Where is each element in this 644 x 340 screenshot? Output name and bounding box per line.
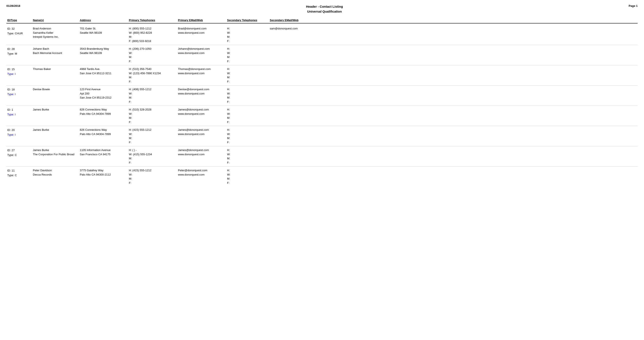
- primary-tel-line: M:: [129, 35, 176, 39]
- cell-id-type: ID: 11Type: C: [6, 168, 32, 185]
- table-row: ID: 1Type: IJames Burke826 Connections W…: [6, 106, 638, 126]
- cell-primary-tel: H: ( ) -W: (415) 555-1234M:F:: [128, 148, 177, 165]
- cell-secondary-email: [269, 46, 318, 64]
- contact-name: James Burke: [33, 107, 78, 112]
- primary-email-line: www.donorquest.com: [178, 173, 225, 177]
- primary-tel-line: H: ( ) -: [129, 148, 176, 152]
- contact-name: Decca Records: [33, 173, 78, 177]
- table-body: ID: 32Type: CHURBrad AndersonSamantha Ke…: [6, 25, 638, 187]
- primary-tel-line: M:: [129, 156, 176, 161]
- record-type: Type: I: [7, 72, 31, 76]
- address-line: Palo Alto CA 94304-7899: [80, 132, 127, 136]
- primary-email-line: www.donorquest.com: [178, 91, 225, 96]
- address-line: Palo Alto CA 94304-7899: [80, 112, 127, 116]
- cell-names: James Burke: [32, 107, 79, 125]
- cell-address: 701 Galer St.Seattle WA 98109: [79, 26, 128, 43]
- primary-tel-line: M:: [129, 177, 176, 181]
- primary-email-line: www.donorquest.com: [178, 112, 225, 116]
- secondary-tel-line: W:: [227, 132, 268, 136]
- cell-primary-tel: H: (510) 356-7540W: (123) 456-7890 X1234…: [128, 66, 177, 84]
- secondary-tel-line: M:: [227, 96, 268, 100]
- primary-tel-line: F:: [129, 100, 176, 104]
- record-type: Type: I: [7, 112, 31, 117]
- primary-tel-line: F:: [129, 181, 176, 185]
- primary-email-line: Denise@donorquest.com: [178, 87, 225, 91]
- contact-name: Denise Bowie: [33, 87, 78, 91]
- address-line: 3543 Brandenburg Way: [80, 47, 127, 51]
- contact-name: James Burke: [33, 128, 78, 132]
- secondary-tel-line: M:: [227, 35, 268, 39]
- primary-tel-line: F:: [129, 161, 176, 165]
- col-header-names: Name(s): [32, 18, 79, 22]
- primary-tel-line: F:: [129, 120, 176, 124]
- cell-secondary-tel: H:W:M:F:: [226, 26, 269, 43]
- secondary-tel-line: F:: [227, 100, 268, 104]
- primary-email-line: Brad@donorquest.com: [178, 26, 225, 31]
- cell-primary-email: James@donorquest.comwww.donorquest.com: [177, 107, 226, 125]
- address-line: 123 First Avenue: [80, 87, 127, 91]
- address-line: San Jose CA 95119-2312: [80, 96, 127, 100]
- cell-primary-tel: H: (510) 328-2028W:M:F:: [128, 107, 177, 125]
- cell-address: 1105 Information AvenueSan Francisco CA …: [79, 148, 128, 165]
- secondary-tel-line: M:: [227, 75, 268, 79]
- primary-tel-line: M:: [129, 55, 176, 59]
- primary-email-line: Thomas@donorquest.com: [178, 67, 225, 71]
- cell-id-type: ID: 27Type: C: [6, 148, 32, 165]
- record-id: ID: 20: [7, 128, 31, 132]
- cell-names: Johann BachBach Memorial Account: [32, 46, 79, 64]
- address-line: 701 Galer St.: [80, 26, 127, 31]
- cell-secondary-email: sam@donorquest.com: [269, 26, 318, 43]
- cell-secondary-tel: H:W:M:F:: [226, 87, 269, 104]
- secondary-tel-line: W:: [227, 152, 268, 157]
- cell-id-type: ID: 1Type: I: [6, 107, 32, 125]
- secondary-tel-line: F:: [227, 79, 268, 84]
- cell-address: 3775 Galafrey WayPalo Alto CA 94300-2112: [79, 168, 128, 185]
- cell-id-type: ID: 18Type: I: [6, 87, 32, 104]
- primary-tel-line: W:: [129, 132, 176, 136]
- cell-id-type: ID: 15Type: I: [6, 66, 32, 84]
- secondary-tel-line: M:: [227, 55, 268, 59]
- primary-tel-line: W:: [129, 51, 176, 55]
- secondary-tel-line: M:: [227, 177, 268, 181]
- primary-tel-line: H: (408) 555-1212: [129, 87, 176, 91]
- secondary-tel-line: F:: [227, 161, 268, 165]
- cell-primary-email: Thomas@donorquest.comwww.donorquest.com: [177, 66, 226, 84]
- cell-primary-tel: H: (415) 555-1212W:M:F:: [128, 127, 177, 145]
- secondary-tel-line: H:: [227, 87, 268, 91]
- record-id: ID: 28: [7, 47, 31, 51]
- cell-names: James Burke: [32, 127, 79, 145]
- primary-tel-line: M:: [129, 75, 176, 79]
- primary-tel-line: W: (800) 952-8228: [129, 31, 176, 35]
- cell-address: 123 First AvenueApt 200San Jose CA 95119…: [79, 87, 128, 104]
- primary-tel-line: F:: [129, 79, 176, 84]
- cell-id-type: ID: 28Type: M: [6, 46, 32, 64]
- col-header-secondary-email: Secondary EMail/Web: [269, 18, 318, 22]
- col-header-address: Address: [79, 18, 128, 22]
- cell-secondary-tel: H:W:M:F:: [226, 127, 269, 145]
- cell-secondary-tel: H:W:M:F:: [226, 46, 269, 64]
- secondary-tel-line: H:: [227, 67, 268, 71]
- record-type: Type: I: [7, 92, 31, 97]
- secondary-tel-line: H:: [227, 26, 268, 31]
- primary-tel-line: W:: [129, 112, 176, 116]
- secondary-tel-line: W:: [227, 51, 268, 55]
- record-id: ID: 15: [7, 67, 31, 72]
- cell-address: 4968 Tardis Ave.San Jose CA 95112-3211: [79, 66, 128, 84]
- cell-address: 826 Connections WayPalo Alto CA 94304-78…: [79, 127, 128, 145]
- secondary-tel-line: W:: [227, 112, 268, 116]
- primary-email-line: Johann@donorquest.com: [178, 47, 225, 51]
- page-header: 01/26/2018 Header - Contact Listing Univ…: [6, 4, 638, 14]
- primary-email-line: Peter@donorquest.com: [178, 168, 225, 173]
- secondary-tel-line: W:: [227, 91, 268, 96]
- address-line: 826 Connections Way: [80, 107, 127, 112]
- address-line: Seattle WA 98109: [80, 31, 127, 35]
- cell-primary-email: Brad@donorquest.comwww.donorquest.com: [177, 26, 226, 43]
- primary-tel-line: H: (510) 328-2028: [129, 107, 176, 112]
- title-line1: Header - Contact Listing: [306, 4, 343, 9]
- secondary-email-line: sam@donorquest.com: [270, 26, 317, 31]
- address-line: 826 Connections Way: [80, 128, 127, 132]
- cell-secondary-email: [269, 168, 318, 185]
- col-header-primary-tel: Primary Telephones: [128, 18, 177, 22]
- contact-name: Brad Anderson: [33, 26, 78, 31]
- primary-email-line: www.donorquest.com: [178, 31, 225, 35]
